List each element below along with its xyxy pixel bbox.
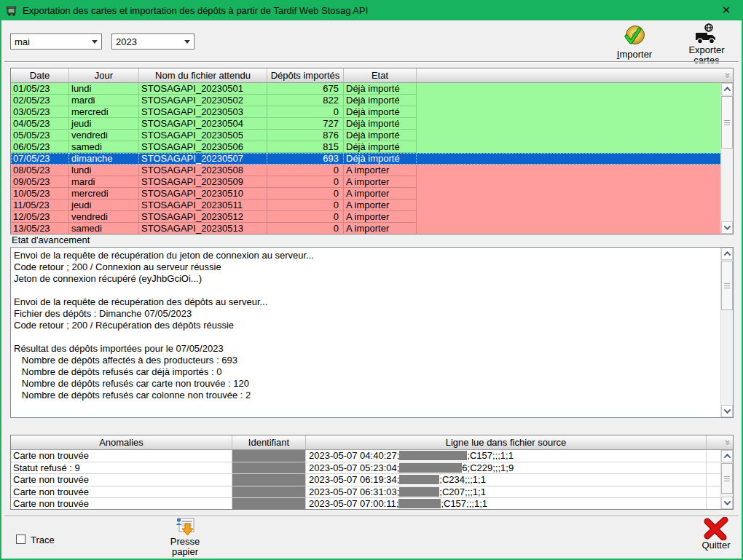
table-row[interactable]: Carte non trouvée2023-05-07 06:31:03;;C2…: [11, 486, 733, 499]
table-cell: 0: [267, 165, 344, 176]
log-line: Nombre de dépôts refusés car carte non t…: [11, 378, 733, 390]
month-select[interactable]: mai: [10, 33, 102, 50]
column-header[interactable]: Ligne lue dans fichier source: [306, 435, 707, 449]
table-row[interactable]: Carte non trouvée2023-05-07 06:19:34;;C2…: [11, 474, 733, 486]
table-cell: 05/05/23: [11, 130, 69, 141]
quit-button[interactable]: Quitter: [693, 517, 739, 551]
table-cell: A importer: [344, 200, 417, 211]
table-row[interactable]: 04/05/23jeudiSTOSAGAPI_20230504727Déjà i…: [11, 118, 733, 130]
grid-options-icon[interactable]: »: [723, 73, 734, 78]
column-header[interactable]: Dépôts importés: [267, 68, 344, 82]
scroll-up-icon[interactable]: [721, 83, 733, 95]
column-header[interactable]: Anomalies: [11, 435, 232, 449]
table-cell: samedi: [69, 141, 139, 153]
scrollbar-thumb[interactable]: [721, 261, 733, 310]
column-header[interactable]: Date: [11, 68, 69, 82]
table-cell: vendredi: [69, 130, 139, 141]
clipboard-button[interactable]: Presse papier: [163, 516, 207, 557]
redaction-box: [399, 475, 439, 484]
table-row[interactable]: 10/05/23mercrediSTOSAGAPI_202305100A imp…: [11, 188, 733, 200]
source-line-cell: 2023-05-07 04:40:27;;C157;;;1;1: [306, 450, 707, 462]
log-line: [11, 331, 733, 343]
chevron-down-icon[interactable]: [181, 34, 194, 49]
table-cell: STOSAGAPI_20230503: [139, 106, 267, 118]
table-row[interactable]: 01/05/23lundiSTOSAGAPI_20230501675Déjà i…: [11, 83, 733, 95]
table-row[interactable]: 09/05/23mardiSTOSAGAPI_202305090A import…: [11, 176, 733, 188]
table-cell: mercredi: [69, 188, 139, 200]
table-cell: 876: [267, 130, 344, 141]
table-cell: STOSAGAPI_20230509: [139, 176, 267, 188]
scroll-down-icon[interactable]: [721, 405, 733, 417]
anomalies-scrollbar[interactable]: [720, 450, 733, 509]
chevron-down-icon[interactable]: [88, 34, 101, 49]
table-cell-filler: [417, 141, 733, 153]
app-icon: [6, 4, 18, 17]
anomaly-cell: Carte non trouvée: [11, 474, 232, 486]
month-select-value: mai: [11, 36, 88, 47]
redaction-box: [399, 451, 467, 460]
anomalies-table-body: Carte non trouvée2023-05-07 04:40:27;;C1…: [11, 450, 733, 510]
table-row[interactable]: 13/05/23samediSTOSAGAPI_202305130A impor…: [11, 223, 733, 234]
table-cell: 0: [267, 176, 344, 188]
log-line: Nombre de dépôts refusés car déjà import…: [11, 366, 733, 378]
table-row[interactable]: 06/05/23samediSTOSAGAPI_20230506815Déjà …: [11, 141, 733, 153]
table-cell: STOSAGAPI_20230502: [139, 95, 267, 106]
table-cell: Déjà importé: [344, 95, 417, 106]
table-row[interactable]: 05/05/23vendrediSTOSAGAPI_20230505876Déj…: [11, 130, 733, 141]
anomalies-table-header: AnomaliesIdentifiantLigne lue dans fichi…: [11, 435, 733, 450]
scrollbar-thumb[interactable]: [721, 96, 733, 149]
table-row[interactable]: Carte non trouvée2023-05-07 07:00:11;;C1…: [11, 498, 733, 510]
table-cell-filler: [417, 188, 733, 200]
year-select[interactable]: 2023: [111, 33, 194, 50]
progress-log[interactable]: Envoi de la requête de récupération du j…: [10, 247, 734, 418]
table-row[interactable]: 12/05/23vendrediSTOSAGAPI_202305120A imp…: [11, 211, 733, 223]
table-cell: 10/05/23: [11, 188, 69, 200]
table-cell: mercredi: [69, 106, 139, 118]
table-cell: 02/05/23: [11, 95, 69, 106]
scroll-down-icon[interactable]: [721, 497, 733, 509]
table-cell: 12/05/23: [11, 211, 69, 223]
files-table[interactable]: DateJourNom du fichier attenduDépôts imp…: [10, 68, 734, 234]
table-cell: 0: [267, 211, 344, 223]
scroll-up-icon[interactable]: [721, 248, 733, 260]
table-cell: vendredi: [69, 211, 139, 223]
progress-scrollbar[interactable]: [720, 248, 733, 417]
table-row[interactable]: Statut refusé : 92023-05-07 05:23:04;6;C…: [11, 462, 733, 475]
table-cell: 0: [267, 188, 344, 200]
table-row[interactable]: 03/05/23mercrediSTOSAGAPI_202305030Déjà …: [11, 106, 733, 118]
table-row[interactable]: 11/05/23jeudiSTOSAGAPI_202305110A import…: [11, 200, 733, 211]
column-header[interactable]: Etat: [344, 68, 417, 82]
log-line: Code retour ; 200 / Récupération des dép…: [11, 320, 733, 331]
scrollbar-thumb[interactable]: [721, 463, 733, 494]
table-cell: 11/05/23: [11, 200, 69, 211]
anomalies-table[interactable]: AnomaliesIdentifiantLigne lue dans fichi…: [10, 435, 734, 510]
redaction-box: [399, 487, 439, 497]
export-button-label-2: cartes: [693, 55, 719, 66]
log-line: [11, 285, 733, 296]
column-header[interactable]: Identifiant: [232, 435, 306, 449]
anomaly-cell: Carte non trouvée: [11, 486, 232, 499]
log-line: Fichier des dépôts : Dimanche 07/05/2023: [11, 308, 733, 320]
log-line: Jeton de connexion récupéré (eyJhbGciOi.…: [11, 273, 733, 285]
import-button[interactable]: Importer: [609, 25, 660, 60]
column-header[interactable]: Jour: [69, 68, 139, 82]
files-table-header: DateJourNom du fichier attenduDépôts imp…: [11, 68, 733, 83]
scroll-down-icon[interactable]: [721, 221, 733, 234]
table-cell: A importer: [344, 211, 417, 223]
files-table-body: 01/05/23lundiSTOSAGAPI_20230501675Déjà i…: [11, 83, 733, 234]
log-line: Envoi de la requête de récupération des …: [11, 296, 733, 308]
anomaly-cell: Carte non trouvée: [11, 498, 232, 510]
scroll-up-icon[interactable]: [721, 450, 733, 462]
table-row[interactable]: 07/05/23dimancheSTOSAGAPI_20230507693Déj…: [11, 153, 733, 165]
close-icon[interactable]: ✕: [709, 0, 743, 20]
table-row[interactable]: Carte non trouvée2023-05-07 04:40:27;;C1…: [11, 450, 733, 462]
trace-checkbox[interactable]: [16, 535, 25, 544]
grid-options-icon[interactable]: »: [723, 440, 734, 445]
table-cell: STOSAGAPI_20230510: [139, 188, 267, 200]
files-scrollbar[interactable]: [720, 83, 733, 234]
table-row[interactable]: 08/05/23lundiSTOSAGAPI_202305080A import…: [11, 165, 733, 176]
table-cell: Déjà importé: [344, 106, 417, 118]
export-cards-button[interactable]: Exporter cartes: [683, 23, 730, 66]
column-header[interactable]: Nom du fichier attendu: [139, 68, 267, 82]
table-row[interactable]: 02/05/23mardiSTOSAGAPI_20230502822Déjà i…: [11, 95, 733, 106]
